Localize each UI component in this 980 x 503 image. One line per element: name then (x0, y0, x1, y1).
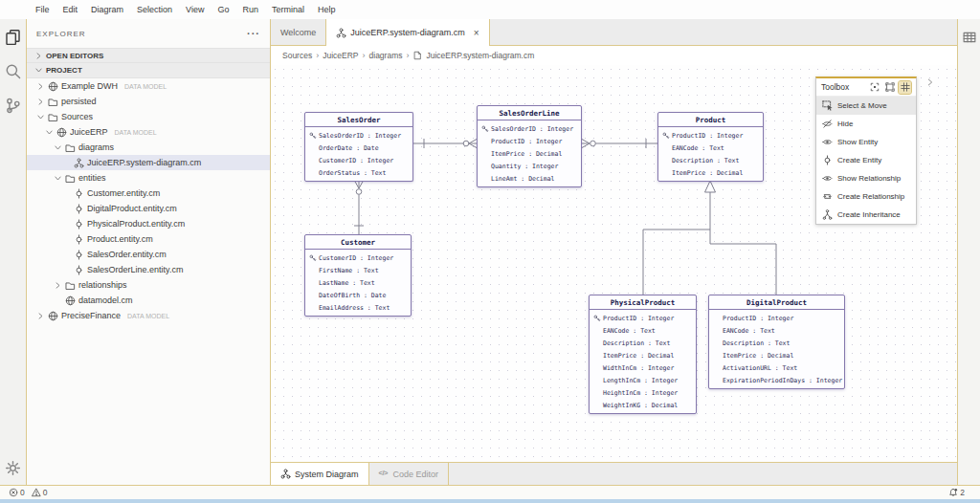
tree-item-relationships[interactable]: relationships (27, 277, 270, 293)
chevron-right-icon[interactable] (925, 77, 935, 87)
folder-icon (48, 97, 58, 107)
code-icon: </> (379, 469, 390, 479)
entity-physicalproduct[interactable]: PhysicalProductProductID : IntegerEANCod… (589, 295, 697, 414)
relationship-customer-salesorder[interactable] (354, 181, 364, 234)
breadcrumb-item-diagrams[interactable]: diagrams (369, 51, 403, 60)
tab-juiceerp-system-diagram-cm[interactable]: JuiceERP.system-diagram.cm× (326, 19, 489, 46)
entity-attribute: ProductID : Integer (709, 312, 844, 324)
folder-icon (48, 112, 58, 122)
tree-item-badge: DATA MODEL (124, 83, 167, 90)
attribute-text: ItemPrice : Decimal (672, 169, 743, 177)
activity-gear-icon[interactable] (0, 450, 26, 485)
entity-attribute: ActivationURL : Text (709, 361, 844, 374)
tab-welcome[interactable]: Welcome (271, 19, 326, 45)
attribute-text: ItemPrice : Decimal (491, 150, 562, 158)
grid-icon[interactable] (899, 81, 911, 94)
tree-item-sources[interactable]: Sources (27, 109, 270, 124)
error-count: 0 (20, 488, 25, 497)
key-spacer (713, 315, 721, 322)
menu-item-help[interactable]: Help (311, 0, 343, 19)
breadcrumb-item-juiceerp-system-diagram-cm[interactable]: JuiceERP.system-diagram.cm (426, 51, 534, 60)
attribute-text: ItemPrice : Decimal (723, 352, 793, 360)
entity-salesorderline[interactable]: SalesOrderLineSalesOrderID : IntegerProd… (477, 105, 582, 187)
diagram-canvas[interactable]: SalesOrderSalesOrderID : IntegerOrderDat… (271, 65, 957, 462)
tree-item-label: Customer.entity.cm (87, 188, 160, 198)
key-spacer (309, 267, 317, 274)
toolbox-item-label: Show Entity (837, 138, 878, 146)
attribute-text: ItemPrice : Decimal (603, 352, 674, 360)
close-icon[interactable]: × (474, 28, 479, 38)
ellipsis-icon[interactable]: ··· (247, 28, 260, 39)
toolbox-item-show-entity[interactable]: Show Entity (816, 133, 916, 151)
tree-item-product-entity-cm[interactable]: Product.entity.cm (27, 231, 270, 247)
toolbox-title: Toolbox (821, 82, 865, 92)
tree-item-customer-entity-cm[interactable]: Customer.entity.cm (27, 186, 270, 201)
activity-search-icon[interactable] (0, 54, 26, 88)
warnings-indicator[interactable]: 0 (32, 488, 48, 497)
entity-digitalproduct[interactable]: DigitalProductProductID : IntegerEANCode… (708, 295, 845, 389)
tree-item-precisefinance[interactable]: PreciseFinanceDATA MODEL (27, 308, 270, 323)
entity-attribute: OrderDate : Date (305, 142, 412, 154)
mode-tab-code-editor[interactable]: </>Code Editor (369, 463, 450, 485)
menu-item-terminal[interactable]: Terminal (265, 0, 311, 19)
tree-item-juiceerp-system-diagram-cm[interactable]: JuiceERP.system-diagram.cm (27, 155, 270, 170)
key-spacer (593, 364, 601, 372)
menu-item-file[interactable]: File (29, 0, 56, 19)
chevron-right-icon (36, 82, 45, 91)
entity-attribute: ItemPrice : Decimal (658, 166, 763, 179)
table-icon[interactable] (963, 31, 976, 44)
entity-attribute: LastName : Text (305, 276, 411, 289)
tree-item-salesorder-entity-cm[interactable]: SalesOrder.entity.cm (27, 247, 270, 262)
zoom-fit-icon[interactable] (868, 81, 880, 94)
toolbox-item-create-relationship[interactable]: Create Relationship (816, 187, 916, 206)
entity-customer[interactable]: CustomerCustomerID : IntegerFirstName : … (304, 234, 412, 317)
explorer-tree: Example DWHDATA MODELpersistedSourcesJui… (27, 78, 270, 323)
errors-indicator[interactable]: 0 (9, 488, 25, 497)
section-open-editors[interactable]: OPEN EDITORS (27, 48, 270, 63)
mode-tab-label: System Diagram (295, 470, 359, 479)
tree-item-label: diagrams (78, 142, 114, 152)
entity-salesorder[interactable]: SalesOrderSalesOrderID : IntegerOrderDat… (304, 112, 413, 182)
tree-item-physicalproduct-entity-cm[interactable]: PhysicalProduct.entity.cm (27, 216, 270, 231)
tab-bar: WelcomeJuiceERP.system-diagram.cm× (271, 19, 957, 46)
activity-bar (0, 19, 27, 485)
toolbox-item-create-entity[interactable]: Create Entity (816, 151, 916, 169)
menu-item-edit[interactable]: Edit (56, 0, 85, 19)
attribute-text: ProductID : Integer (672, 132, 743, 140)
frame-icon[interactable] (883, 81, 896, 94)
tree-item-diagrams[interactable]: diagrams (27, 140, 270, 155)
toolbox-item-show-relationship[interactable]: Show Relationship (816, 169, 916, 187)
activity-source-control-icon[interactable] (0, 88, 26, 122)
inheritance-product[interactable] (643, 181, 776, 295)
tree-item-entities[interactable]: entities (27, 170, 270, 186)
notifications-indicator[interactable]: 2 (948, 488, 965, 497)
tree-item-label: SalesOrder.entity.cm (87, 250, 167, 259)
mode-tab-system-diagram[interactable]: System Diagram (271, 463, 369, 485)
entity-icon (822, 155, 833, 165)
entity-product[interactable]: ProductProductID : IntegerEANCode : Text… (657, 112, 764, 182)
menu-item-view[interactable]: View (179, 0, 211, 19)
entity-attribute: EANCode : Text (658, 142, 763, 154)
tree-item-datamodel-cm[interactable]: datamodel.cm (27, 293, 270, 308)
breadcrumb-item-sources[interactable]: Sources (282, 51, 312, 60)
menu-item-selection[interactable]: Selection (130, 0, 179, 19)
toolbox-item-create-inheritance[interactable]: Create Inheritance (816, 206, 916, 224)
toolbox-item-hide[interactable]: Hide (816, 115, 916, 133)
toolbox-item-select-move[interactable]: Select & Move (816, 97, 916, 115)
breadcrumb-item-juiceerp[interactable]: JuiceERP (323, 51, 358, 60)
attribute-text: EANCode : Text (723, 327, 775, 335)
tree-item-persisted[interactable]: persisted (27, 94, 270, 109)
attribute-text: OrderDate : Date (319, 144, 379, 152)
tree-item-juiceerp[interactable]: JuiceERPDATA MODEL (27, 124, 270, 140)
section-project[interactable]: PROJECT (27, 63, 270, 78)
menu-item-run[interactable]: Run (235, 0, 265, 19)
tree-item-digitalproduct-entity-cm[interactable]: DigitalProduct.entity.cm (27, 201, 270, 216)
relationship-salesorder-salesorderline[interactable] (413, 139, 477, 148)
menu-item-go[interactable]: Go (211, 0, 235, 19)
activity-files-icon[interactable] (0, 19, 26, 54)
key-icon (593, 315, 601, 322)
tree-item-salesorderline-entity-cm[interactable]: SalesOrderLine.entity.cm (27, 262, 270, 277)
relationship-salesorderline-product[interactable] (582, 139, 657, 148)
tree-item-example-dwh[interactable]: Example DWHDATA MODEL (27, 78, 270, 94)
menu-item-diagram[interactable]: Diagram (84, 0, 130, 19)
